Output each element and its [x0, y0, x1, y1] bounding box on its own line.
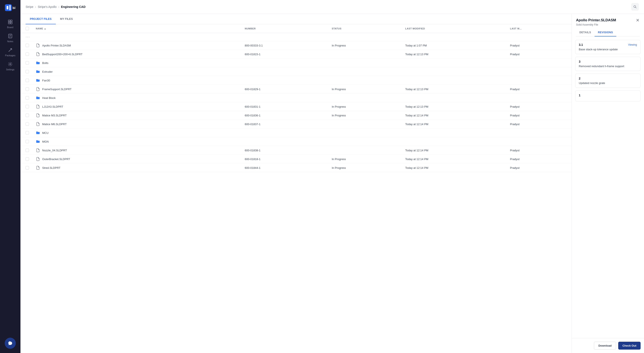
file-modifier: Pradyut [506, 120, 572, 128]
sidebar-item-settings-label: Settings [6, 68, 14, 71]
row-checkbox[interactable] [26, 88, 29, 91]
table-row[interactable]: Fan30 [20, 76, 572, 85]
file-name: Bolts [42, 62, 48, 64]
revision-number: 2 [579, 77, 580, 80]
row-checkbox[interactable] [26, 131, 29, 134]
table-row[interactable]: FrameSupport.SLDPRT 600-01829-1 In Progr… [20, 85, 572, 94]
table-row[interactable]: OuterBracket.SLDPRT 600-01818-1 In Progr… [20, 155, 572, 164]
col-last-m: LAST M... [506, 24, 572, 33]
file-modifier: Pradyut [506, 164, 572, 172]
file-modified: Today at 12:14 PM [402, 120, 506, 128]
revision-card-header: 1 [579, 94, 637, 97]
tab-my-files[interactable]: MY FILES [56, 14, 77, 24]
file-modified [402, 94, 506, 102]
breadcrumb-sep-1: › [35, 5, 36, 8]
file-modified [402, 58, 506, 67]
checkout-button[interactable]: Check Out [618, 342, 640, 350]
chat-button[interactable] [5, 338, 16, 349]
row-checkbox[interactable] [26, 148, 29, 152]
file-cell: Nozzle_04.SLDPRT [36, 148, 238, 152]
file-number: 600-01829-1 [241, 85, 328, 94]
table-row[interactable]: LJ12A3.SLDPRT 600-01831-1 In Progress To… [20, 102, 572, 111]
file-status: In Progress [328, 164, 402, 172]
file-modified: Today at 12:14 PM [402, 164, 506, 172]
svg-rect-5 [10, 20, 12, 22]
panel-header: ✕ Apollo Printer.SLDASM Solid Assembly F… [572, 14, 644, 36]
select-all-checkbox[interactable] [26, 27, 29, 30]
breadcrumb-sep-2: › [58, 5, 60, 8]
breadcrumb-current: Engineering CAD [61, 5, 86, 8]
panel-tab-details[interactable]: DETAILS [576, 29, 594, 36]
file-name: Stred.SLDPRT [42, 166, 60, 170]
row-checkbox[interactable] [26, 157, 29, 161]
file-cell: MCU [36, 131, 238, 135]
row-checkbox[interactable] [26, 79, 29, 82]
panel-tab-revisions[interactable]: REVISIONS [594, 29, 616, 36]
file-number: 600-01818-1 [241, 155, 328, 164]
sidebar-item-notes-label: Notes [7, 40, 14, 43]
file-name: Matice M6.SLDPRT [42, 122, 67, 126]
content-area: PROJECT FILES MY FILES NAME▲ NUMBER STAT… [20, 14, 644, 353]
table-row[interactable]: Matice M6.SLDPRT 600-01837-1 Today at 12… [20, 120, 572, 128]
row-checkbox[interactable] [26, 96, 29, 100]
sidebar-item-board[interactable]: Board [0, 17, 20, 31]
table-row[interactable]: Nozzle_04.SLDPRT 600-01838-1 Today at 12… [20, 146, 572, 155]
table-row[interactable]: BedSupport200×200×6.SLDPRT 600-01815-1 T… [20, 50, 572, 58]
tab-project-files[interactable]: PROJECT FILES [26, 14, 56, 24]
file-number: 600-01838-1 [241, 146, 328, 155]
sidebar-item-notes[interactable]: Notes [0, 31, 20, 45]
file-number [241, 76, 328, 85]
file-status [328, 50, 402, 58]
table-row[interactable]: Extruder [20, 67, 572, 76]
file-modifier: Pradyut [506, 155, 572, 164]
revision-card-header: 2 [579, 77, 637, 80]
file-cell: Matice M3.SLDPRT [36, 113, 238, 118]
file-status: In Progress [328, 111, 402, 120]
panel-close-button[interactable]: ✕ [634, 17, 640, 23]
table-row[interactable]: Heat Block [20, 94, 572, 102]
app-logo[interactable]: bild [4, 4, 16, 12]
file-cell: MGN [36, 140, 238, 144]
table-row[interactable]: Stred.SLDPRT 600-01844-1 In Progress Tod… [20, 164, 572, 172]
sidebar-item-settings[interactable]: Settings [0, 59, 20, 73]
revision-card[interactable]: 3 Removed redundant h-frame support [575, 57, 640, 71]
table-row[interactable]: Matice M3.SLDPRT 600-01836-1 In Progress… [20, 111, 572, 120]
revision-card[interactable]: 2 Updated nozzle grate [575, 74, 640, 88]
row-checkbox[interactable] [26, 114, 29, 117]
board-icon [8, 20, 12, 25]
table-row[interactable]: Bolts [20, 58, 572, 67]
revision-card[interactable]: 3.1 Viewing Base stack-up tolerance upda… [575, 40, 640, 54]
row-checkbox[interactable] [26, 105, 29, 108]
download-button[interactable]: Download [594, 342, 616, 350]
svg-text:bild: bild [12, 6, 16, 10]
file-status [328, 128, 402, 137]
revision-card[interactable]: 1 [575, 90, 640, 102]
file-modifier: Pradyut [506, 102, 572, 111]
row-checkbox[interactable] [26, 44, 29, 47]
breadcrumb-apollo[interactable]: Stripe's Apollo [38, 5, 56, 8]
row-checkbox[interactable] [26, 166, 29, 170]
breadcrumb-stripe[interactable]: Stripe [26, 5, 34, 8]
file-modifier: Pradyut [506, 146, 572, 155]
row-checkbox[interactable] [26, 61, 29, 64]
file-status: In Progress [328, 155, 402, 164]
sidebar-item-packages[interactable]: Packages [0, 45, 20, 59]
file-status [328, 67, 402, 76]
table-row[interactable]: MCU [20, 128, 572, 137]
row-checkbox[interactable] [26, 70, 29, 73]
row-checkbox[interactable] [26, 140, 29, 143]
file-modifier [506, 76, 572, 85]
table-row[interactable]: Apollo Printer.SLDASM 800-00333-3.1 In P… [20, 41, 572, 50]
table-row[interactable]: MGN [20, 137, 572, 146]
row-checkbox[interactable] [26, 122, 29, 126]
row-checkbox[interactable] [26, 52, 29, 56]
sidebar-item-board-label: Board [7, 26, 13, 28]
col-number: NUMBER [241, 24, 328, 33]
file-number [241, 67, 328, 76]
settings-icon [8, 62, 12, 67]
file-status [328, 137, 402, 146]
search-button[interactable] [631, 3, 639, 11]
revision-card-header: 3 [579, 60, 637, 63]
file-status [328, 58, 402, 67]
file-modified: Today at 12:14 PM [402, 155, 506, 164]
